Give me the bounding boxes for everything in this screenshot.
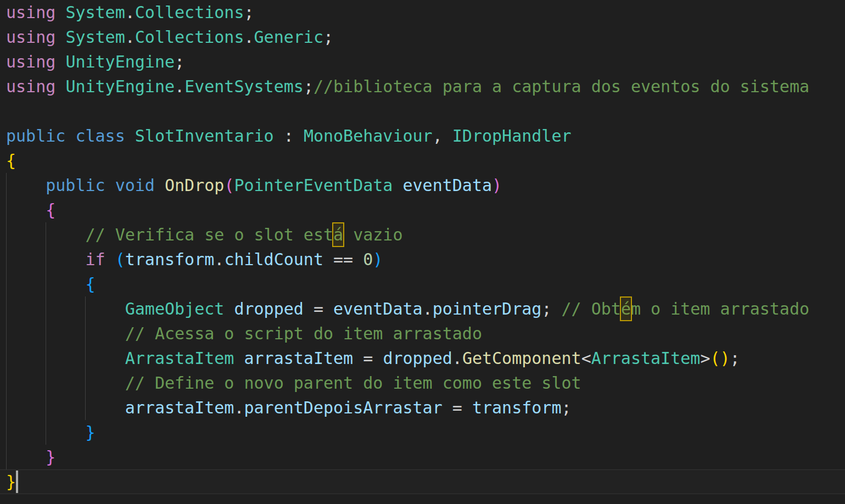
code-token: dropped [234,299,303,318]
code-token: } [46,447,55,467]
code-token: GameObject [125,299,225,318]
code-token: ; [304,77,314,96]
code-token: ( [115,250,125,269]
code-token: ) [492,176,502,195]
code-token: arrastaItem [244,349,354,368]
code-token: // Define o novo parent do item como est… [125,373,581,393]
code-token: 0 [363,250,373,269]
code-token: ) [720,349,730,368]
code-token: Collections [135,3,244,22]
code-token [393,176,402,195]
code-token: ; [561,398,571,417]
code-token: . [244,27,254,47]
code-token: // Acessa o script do item arrastado [125,324,482,343]
code-line[interactable]: // Acessa o script do item arrastado [6,321,809,346]
code-token: . [125,27,135,47]
code-line[interactable]: ArrastaItem arrastaItem = dropped.GetCom… [6,346,809,371]
code-area[interactable]: using System.Collections;using System.Co… [6,0,809,494]
code-line[interactable]: using System.Collections.Generic; [6,25,809,49]
code-token: ArrastaItem [125,349,234,368]
code-token [105,176,115,195]
code-token: MonoBehaviour [304,126,433,145]
code-line[interactable]: } [6,445,809,469]
code-token: EventSystems [184,77,304,96]
code-token: . [423,299,433,318]
code-token: GetComponent [462,349,581,368]
code-token: ; [175,52,184,71]
code-token [55,3,65,22]
code-token: dropped [383,349,452,368]
code-line[interactable]: using UnityEngine; [6,49,809,74]
code-token [6,447,46,467]
code-line[interactable]: { [6,272,809,296]
code-line[interactable]: { [6,198,809,222]
code-token: { [46,200,55,220]
code-token [155,176,165,195]
code-token: UnityEngine [65,52,175,71]
code-line[interactable]: public void OnDrop(PointerEventData even… [6,173,809,198]
code-token: IDropHandler [452,126,572,145]
code-token: transform [472,398,562,417]
code-token [6,324,125,343]
code-line[interactable]: GameObject dropped = eventData.pointerDr… [6,296,809,321]
code-token: vazio [343,225,402,244]
code-line[interactable]: } [6,420,809,445]
code-token: UnityEngine [65,77,175,96]
code-token [6,398,125,417]
code-line[interactable]: using System.Collections; [6,0,809,25]
code-editor[interactable]: using System.Collections;using System.Co… [0,0,845,504]
text-cursor [16,471,18,493]
code-token [65,126,75,145]
code-line[interactable]: using UnityEngine.EventSystems;//bibliot… [6,74,809,99]
code-line[interactable]: // Verifica se o slot está vazio [6,222,809,247]
code-token: // Obt [562,299,621,318]
code-line[interactable]: if (transform.childCount == 0) [6,247,809,272]
code-line[interactable]: } [6,469,809,494]
code-token: transform [125,250,215,269]
code-token: PointerEventData [234,176,393,195]
code-token: ; [541,299,561,318]
code-token [6,299,125,318]
code-token [6,176,46,195]
code-token: . [175,77,184,96]
code-token [105,250,115,269]
code-line[interactable] [6,99,809,124]
code-token: } [6,472,16,491]
code-token [224,299,234,318]
code-token [6,200,46,220]
code-line[interactable]: { [6,148,809,173]
code-token: , [433,126,452,145]
code-token: ; [323,27,333,47]
code-line[interactable]: arrastaItem.parentDepoisArrastar = trans… [6,395,809,420]
code-token: void [115,176,155,195]
code-token: . [125,3,135,22]
code-token: : [274,126,304,145]
code-token [6,423,86,442]
code-token: Collections [135,27,244,47]
code-token [6,275,86,294]
code-token: = [304,299,333,318]
code-token: ( [224,176,234,195]
code-token: < [581,349,591,368]
code-token: OnDrop [165,176,224,195]
code-token: ; [730,349,740,368]
code-token: arrastaItem [125,398,234,417]
code-token [6,373,125,393]
code-token: parentDepoisArrastar [244,398,443,417]
code-token: childCount [224,250,323,269]
code-token: SlotInventario [135,126,274,145]
code-token: Generic [254,27,323,47]
code-token [6,225,86,244]
code-line[interactable]: // Define o novo parent do item como est… [6,371,809,395]
code-token: //biblioteca para a captura dos eventos … [314,77,809,96]
code-token: { [6,151,16,170]
code-token: using [6,52,55,71]
code-token: System [65,27,125,47]
code-token [6,250,86,269]
code-token [234,349,244,368]
code-token: ArrastaItem [591,349,701,368]
code-token [55,27,65,47]
code-line[interactable]: public class SlotInventario : MonoBehavi… [6,124,809,148]
code-token: } [86,423,96,442]
code-token: ; [244,3,254,22]
